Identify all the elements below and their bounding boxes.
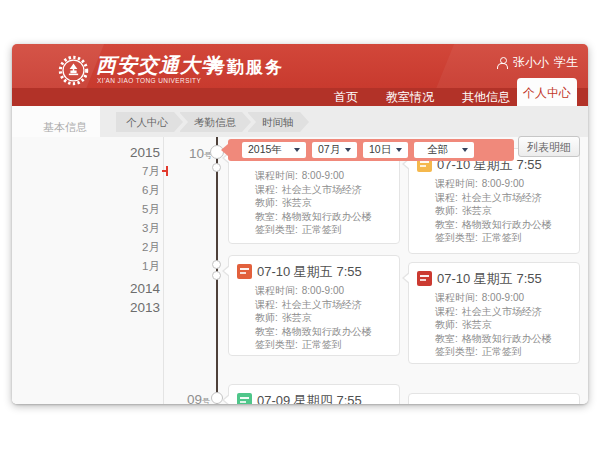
field-value: 正常签到 — [302, 339, 342, 350]
day-select-value: 10日 — [369, 143, 391, 157]
sidebar-item-basic-info[interactable]: 基本信息 — [43, 117, 100, 137]
card-title: 07-10 星期五 7:55 — [437, 270, 542, 288]
attendance-card-partial — [408, 393, 580, 404]
date-nav-month-january[interactable]: 1月 — [106, 257, 160, 276]
date-nav-column: 2015 7月 6月 5月 3月 2月 1月 2014 2013 — [106, 143, 160, 317]
day-unit: 号 — [202, 397, 210, 404]
person-icon — [497, 57, 508, 69]
attendance-card: 07-09 星期四 7:55 — [228, 384, 400, 404]
month-select-value: 07月 — [318, 143, 340, 157]
breadcrumb: 个人中心 考勤信息 时间轴 — [100, 106, 588, 137]
nav-tab-personal-center[interactable]: 个人中心 — [517, 78, 577, 106]
date-nav-year-2013[interactable]: 2013 — [106, 298, 160, 317]
field-label: 课程: — [255, 299, 278, 310]
nav-item-home[interactable]: 首页 — [334, 89, 358, 106]
field-label: 教师: — [255, 312, 278, 323]
field-value: 张芸京 — [282, 197, 312, 208]
field-value: 社会主义市场经济 — [282, 299, 362, 310]
date-nav-month-july[interactable]: 7月 — [106, 162, 160, 181]
nav-item-other-info[interactable]: 其他信息 — [462, 89, 510, 106]
timeline-node — [212, 260, 221, 269]
field-value: 正常签到 — [482, 232, 522, 243]
field-label: 课程时间: — [255, 170, 298, 181]
calendar-badge-icon — [417, 271, 432, 286]
nav-items: 首页 教室情况 其他信息 — [272, 88, 510, 106]
field-label: 课程时间: — [435, 292, 478, 303]
attendance-card: 07-10 星期五 7:55 课程时间:8:00-9:00 课程:社会主义市场经… — [408, 262, 580, 364]
chevron-down-icon — [462, 148, 468, 152]
field-label: 签到类型: — [255, 339, 298, 350]
user-name: 张小小 — [513, 54, 549, 71]
timeline-node — [212, 271, 221, 280]
field-value: 8:00-9:00 — [482, 292, 524, 303]
filter-bar: 2015年 07月 10日 全部 — [228, 139, 514, 161]
field-value: 张芸京 — [282, 312, 312, 323]
app-header: 西安交通大学 XI'AN JIAO TONG UNIVERSITY 考勤服务 张… — [12, 44, 588, 88]
university-name-en: XI'AN JIAO TONG UNIVERSITY — [97, 77, 201, 84]
attendance-card: 07-10 星期五 7:55 课程时间:8:00-9:00 课程:社会主义市场经… — [228, 255, 400, 356]
date-nav-month-may[interactable]: 5月 — [106, 200, 160, 219]
date-nav-month-february[interactable]: 2月 — [106, 238, 160, 257]
timeline-node — [212, 163, 221, 172]
field-value: 正常签到 — [302, 224, 342, 235]
field-label: 签到类型: — [435, 346, 478, 357]
field-label: 签到类型: — [255, 224, 298, 235]
field-value: 社会主义市场经济 — [282, 184, 362, 195]
nav-item-classrooms[interactable]: 教室情况 — [386, 89, 434, 106]
app-title: 考勤服务 — [208, 56, 284, 79]
timeline-day-label-10: 10号 — [170, 144, 212, 162]
app-window: 西安交通大学 XI'AN JIAO TONG UNIVERSITY 考勤服务 张… — [12, 44, 588, 404]
year-select[interactable]: 2015年 — [242, 142, 306, 158]
field-label: 教室: — [435, 333, 458, 344]
field-label: 课程: — [435, 306, 458, 317]
chevron-down-icon — [345, 148, 351, 152]
column-divider — [163, 137, 164, 404]
card-title: 07-09 星期四 7:55 — [257, 392, 362, 405]
date-nav-month-march[interactable]: 3月 — [106, 219, 160, 238]
date-nav-year-2015[interactable]: 2015 — [106, 143, 160, 162]
field-label: 教室: — [435, 219, 458, 230]
calendar-badge-icon — [237, 264, 252, 279]
day-number: 09 — [187, 392, 202, 404]
field-label: 教师: — [255, 197, 278, 208]
type-select-value: 全部 — [427, 143, 448, 157]
field-value: 格物致知行政办公楼 — [282, 326, 372, 337]
university-name-cn: 西安交通大学 — [96, 52, 222, 79]
field-value: 正常签到 — [482, 346, 522, 357]
field-label: 课程时间: — [255, 285, 298, 296]
type-select[interactable]: 全部 — [414, 142, 474, 158]
calendar-badge-icon — [237, 393, 252, 404]
timeline-day-label-09: 09号 — [168, 390, 210, 404]
date-nav-year-2014[interactable]: 2014 — [106, 279, 160, 298]
field-value: 格物致知行政办公楼 — [462, 333, 552, 344]
breadcrumb-attendance-info[interactable]: 考勤信息 — [180, 112, 242, 132]
breadcrumb-personal-center[interactable]: 个人中心 — [116, 112, 174, 132]
day-select[interactable]: 10日 — [363, 142, 408, 158]
field-value: 社会主义市场经济 — [462, 192, 542, 203]
field-value: 8:00-9:00 — [302, 170, 344, 181]
field-label: 课程时间: — [435, 178, 478, 189]
field-label: 教师: — [435, 205, 458, 216]
field-value: 8:00-9:00 — [302, 285, 344, 296]
chevron-down-icon — [294, 148, 300, 152]
user-role: 学生 — [554, 54, 578, 71]
field-label: 课程: — [255, 184, 278, 195]
user-account[interactable]: 张小小 学生 — [497, 56, 578, 69]
attendance-card: 07-10 星期五 7:55 课程时间:8:00-9:00 课程:社会主义市场经… — [408, 148, 580, 254]
field-value: 格物致知行政办公楼 — [282, 211, 372, 222]
field-value: 8:00-9:00 — [482, 178, 524, 189]
field-label: 教室: — [255, 326, 278, 337]
month-select[interactable]: 07月 — [312, 142, 357, 158]
field-label: 课程: — [435, 192, 458, 203]
field-value: 格物致知行政办公楼 — [462, 219, 552, 230]
field-value: 张芸京 — [462, 205, 492, 216]
field-label: 教师: — [435, 319, 458, 330]
date-nav-month-june[interactable]: 6月 — [106, 181, 160, 200]
chevron-down-icon — [396, 148, 402, 152]
year-select-value: 2015年 — [248, 143, 282, 157]
field-label: 签到类型: — [435, 232, 478, 243]
field-value: 张芸京 — [462, 319, 492, 330]
list-detail-button[interactable]: 列表明细 — [518, 136, 580, 157]
breadcrumb-timeline[interactable]: 时间轴 — [248, 112, 300, 132]
field-value: 社会主义市场经济 — [462, 306, 542, 317]
